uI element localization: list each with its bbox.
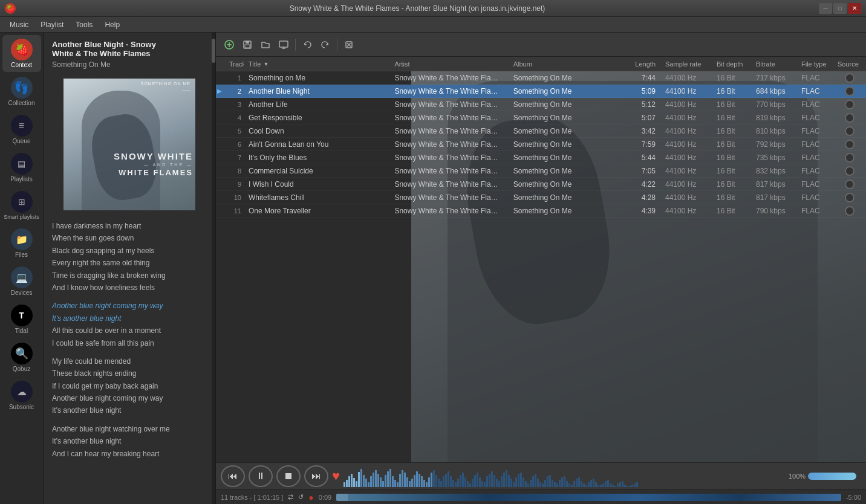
track-number: 5 xyxy=(224,128,244,135)
track-row[interactable]: 5 Cool Down Snowy White & The White Flam… xyxy=(216,124,866,138)
track-samplerate: 44100 Hz xyxy=(660,207,712,215)
redo-button[interactable] xyxy=(317,37,334,53)
col-header-track[interactable]: Track xyxy=(224,60,244,68)
close-button[interactable]: ✕ xyxy=(848,3,861,14)
source-icon xyxy=(845,86,855,96)
folder-button[interactable] xyxy=(257,37,274,53)
visualizer-bar xyxy=(631,485,633,487)
minimize-button[interactable]: ─ xyxy=(819,3,832,14)
menu-tools[interactable]: Tools xyxy=(71,19,97,30)
track-length: 3:42 xyxy=(627,127,660,135)
visualizer-bar xyxy=(554,482,556,487)
sidebar-item-queue[interactable]: ≡ Queue xyxy=(2,111,41,148)
save-button[interactable] xyxy=(239,37,256,53)
col-header-length[interactable]: Length xyxy=(627,60,660,68)
source-icon xyxy=(845,140,855,149)
visualizer-bar xyxy=(518,474,519,487)
add-button[interactable] xyxy=(221,37,238,53)
undo-button[interactable] xyxy=(299,37,316,53)
track-row[interactable]: 8 Commercial Suicide Snowy White & The W… xyxy=(216,164,866,178)
sidebar-label-smart-playlists: Smart playlists xyxy=(4,214,39,220)
svg-rect-2 xyxy=(246,41,249,44)
menu-help[interactable]: Help xyxy=(100,19,125,30)
visualizer-bar xyxy=(348,476,350,487)
sidebar-item-tidal[interactable]: T Tidal xyxy=(2,301,41,338)
visualizer-bar xyxy=(411,479,413,487)
visualizer-bar xyxy=(581,481,582,487)
sidebar-item-files[interactable]: 📁 Files xyxy=(2,225,41,262)
col-header-album[interactable]: Album xyxy=(509,60,627,68)
sidebar-item-context[interactable]: 🍓 Context xyxy=(2,35,41,72)
maximize-button[interactable]: □ xyxy=(833,3,847,14)
sidebar-item-smart-playlists[interactable]: ⊞ Smart playlists xyxy=(2,187,41,224)
menu-playlist[interactable]: Playlist xyxy=(36,19,68,30)
track-samplerate: 44100 Hz xyxy=(660,87,712,95)
sidebar-item-collection[interactable]: 👣 Collection xyxy=(2,73,41,110)
track-row[interactable]: 4 Get Responsible Snowy White & The Whit… xyxy=(216,111,866,124)
visualizer-bar xyxy=(561,477,563,487)
track-row[interactable]: 1 Something on Me Snowy White & The Whit… xyxy=(216,71,866,85)
volume-bar[interactable] xyxy=(808,473,856,480)
lyric-line: Every night the same old thing xyxy=(52,257,207,269)
sidebar-label-subsonic: Subsonic xyxy=(9,404,34,410)
visualizer-bar xyxy=(409,481,411,487)
col-header-bitrate[interactable]: Bitrate xyxy=(751,60,796,68)
track-filetype: FLAC xyxy=(796,180,833,189)
track-row[interactable]: 10 Whiteflames Chill Snowy White & The W… xyxy=(216,191,866,204)
track-list-header: Track Title ▼ Artist Album Length Sample… xyxy=(216,57,866,71)
visualizer-bar xyxy=(549,475,551,487)
repeat-icon[interactable]: ↺ xyxy=(298,493,304,501)
sidebar-item-devices[interactable]: 💻 Devices xyxy=(2,263,41,300)
pause-button[interactable]: ⏸ xyxy=(249,465,273,487)
track-row[interactable]: 11 One More Traveller Snowy White & The … xyxy=(216,204,866,218)
visualizer-bar xyxy=(438,479,440,487)
visualizer-bar xyxy=(353,478,355,487)
track-bitrate: 817 kbps xyxy=(751,193,796,202)
track-row[interactable]: 6 Ain't Gonna Lean on You Snowy White & … xyxy=(216,138,866,151)
shuffle-icon[interactable]: ⇄ xyxy=(288,493,293,501)
stop-button[interactable]: ⏹ xyxy=(276,465,301,487)
visualizer-bar xyxy=(503,473,505,487)
track-row[interactable]: ▶ 2 Another Blue Night Snowy White & The… xyxy=(216,85,866,98)
track-album: Something On Me xyxy=(509,207,627,215)
sidebar-item-subsonic[interactable]: ☁ Subsonic xyxy=(2,377,41,414)
track-bitdepth: 16 Bit xyxy=(712,127,751,135)
col-header-samplerate[interactable]: Sample rate xyxy=(660,60,712,68)
col-header-bitdepth[interactable]: Bit depth xyxy=(712,60,751,68)
visualizer-bar xyxy=(440,481,442,487)
waveform[interactable] xyxy=(336,494,841,501)
track-row[interactable]: 9 I Wish I Could Snowy White & The White… xyxy=(216,178,866,191)
sidebar-item-playlists[interactable]: ▤ Playlists xyxy=(2,149,41,186)
sidebar-item-qobuz[interactable]: 🔍 Qobuz xyxy=(2,339,41,376)
current-time: 0:09 xyxy=(319,494,331,501)
visualizer-bar xyxy=(624,485,626,487)
visualizer-bar xyxy=(627,486,628,487)
scrobble-icon[interactable]: ● xyxy=(308,493,313,502)
clear-button[interactable] xyxy=(340,37,357,53)
track-row[interactable]: 7 It's Only the Blues Snowy White & The … xyxy=(216,151,866,164)
track-bitrate: 735 kbps xyxy=(751,153,796,162)
track-bitdepth: 16 Bit xyxy=(712,193,751,202)
col-header-filetype[interactable]: File type xyxy=(796,60,833,68)
lyric-line: When the sun goes down xyxy=(52,232,207,244)
track-album: Something On Me xyxy=(509,167,627,175)
context-icon: 🍓 xyxy=(11,39,33,60)
track-filetype: FLAC xyxy=(796,207,833,215)
col-header-source[interactable]: Source xyxy=(833,60,866,68)
prev-button[interactable]: ⏮ xyxy=(221,465,245,487)
menu-music[interactable]: Music xyxy=(5,19,33,30)
monitor-button[interactable] xyxy=(275,37,292,53)
menubar: Music Playlist Tools Help xyxy=(0,17,866,33)
visualizer-bar xyxy=(537,479,539,487)
visualizer-bar xyxy=(460,475,461,487)
next-button[interactable]: ⏭ xyxy=(304,465,328,487)
visualizer-bar xyxy=(523,477,524,487)
track-album: Something On Me xyxy=(509,140,627,149)
album-art: SOMETHING ON ME—— SNOWY WHITE — AND THE … xyxy=(63,79,195,210)
col-header-artist[interactable]: Artist xyxy=(389,60,508,68)
track-row[interactable]: 3 Another Life Snowy White & The White F… xyxy=(216,98,866,111)
heart-button[interactable]: ♥ xyxy=(332,468,340,484)
visualizer-bar xyxy=(552,480,553,487)
col-header-title[interactable]: Title ▼ xyxy=(244,60,389,68)
track-album: Something On Me xyxy=(509,87,627,95)
